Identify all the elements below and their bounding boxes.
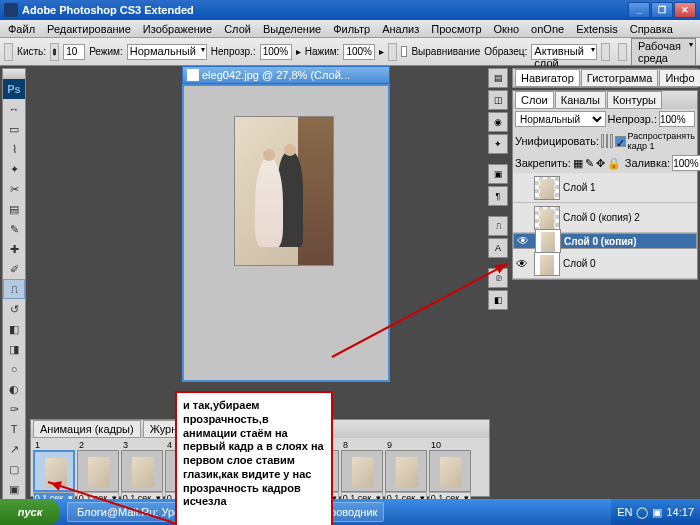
- crop-tool[interactable]: ✂: [3, 179, 25, 199]
- palette-icon[interactable]: ◫: [488, 90, 508, 110]
- type-tool[interactable]: T: [3, 419, 25, 439]
- palette-icon[interactable]: A: [488, 238, 508, 258]
- notes-tool[interactable]: ▣: [3, 479, 25, 499]
- close-button[interactable]: ✕: [674, 2, 696, 18]
- animation-frame[interactable]: 80,1 сек. ▾: [341, 440, 383, 504]
- fill-input[interactable]: [672, 155, 700, 171]
- doc-title: eleg042.jpg @ 27,8% (Слой...: [202, 69, 350, 81]
- history-brush-tool[interactable]: ↺: [3, 299, 25, 319]
- toolbox-grip[interactable]: [3, 69, 25, 79]
- menu-extensis[interactable]: Extensis: [570, 21, 624, 37]
- layer-opacity-input[interactable]: [659, 111, 695, 127]
- palette-icon[interactable]: ⎍: [488, 216, 508, 236]
- heal-tool[interactable]: ✚: [3, 239, 25, 259]
- lang-indicator[interactable]: EN: [617, 506, 632, 518]
- propagate-checkbox[interactable]: ✓: [615, 136, 626, 147]
- blend-mode-select[interactable]: Нормальный: [127, 44, 207, 60]
- shape-tool[interactable]: ▢: [3, 459, 25, 479]
- menu-file[interactable]: Файл: [2, 21, 41, 37]
- tab-channels[interactable]: Каналы: [555, 91, 606, 109]
- layer-row[interactable]: 👁 Слой 0 (копия): [513, 233, 697, 249]
- brush-tool[interactable]: ✐: [3, 259, 25, 279]
- lock-icon[interactable]: ✎: [585, 157, 594, 170]
- menu-filter[interactable]: Фильтр: [327, 21, 376, 37]
- animation-frame[interactable]: 100,1 сек. ▾: [429, 440, 471, 504]
- palette-icon[interactable]: ▤: [488, 68, 508, 88]
- app-title: Adobe Photoshop CS3 Extended: [22, 4, 194, 16]
- tab-layers[interactable]: Слои: [515, 91, 554, 109]
- layer-name[interactable]: Слой 1: [563, 182, 697, 193]
- canvas-area[interactable]: [182, 84, 390, 382]
- airbrush-icon[interactable]: [388, 43, 397, 61]
- layer-name[interactable]: Слой 0 (копия) 2: [563, 212, 697, 223]
- tray-icon[interactable]: ▣: [652, 506, 662, 519]
- palette-icon[interactable]: ◧: [488, 290, 508, 310]
- minimize-button[interactable]: _: [628, 2, 650, 18]
- unify-icon[interactable]: [601, 134, 604, 148]
- brush-preview-icon[interactable]: [50, 43, 59, 61]
- marquee-tool[interactable]: ▭: [3, 119, 25, 139]
- gradient-tool[interactable]: ◨: [3, 339, 25, 359]
- layer-row[interactable]: 👁 Слой 0: [513, 249, 697, 279]
- animation-frame[interactable]: 30,1 сек. ▾: [121, 440, 163, 504]
- wand-tool[interactable]: ✦: [3, 159, 25, 179]
- menu-view[interactable]: Просмотр: [425, 21, 487, 37]
- dodge-tool[interactable]: ◐: [3, 379, 25, 399]
- pen-tool[interactable]: ✑: [3, 399, 25, 419]
- tab-animation[interactable]: Анимация (кадры): [33, 420, 141, 438]
- layer-name[interactable]: Слой 0 (копия): [564, 236, 696, 247]
- unify-icon[interactable]: [610, 134, 613, 148]
- tab-info[interactable]: Инфо: [659, 69, 700, 87]
- tab-paths[interactable]: Контуры: [607, 91, 662, 109]
- layer-row[interactable]: Слой 1: [513, 173, 697, 203]
- ps-icon[interactable]: Ps: [3, 79, 25, 99]
- menu-help[interactable]: Справка: [624, 21, 679, 37]
- align-checkbox[interactable]: [401, 46, 407, 57]
- tab-navigator[interactable]: Навигатор: [515, 69, 580, 87]
- flow-input[interactable]: [343, 44, 375, 60]
- lasso-tool[interactable]: ⌇: [3, 139, 25, 159]
- maximize-button[interactable]: ❐: [651, 2, 673, 18]
- sample-toggle-icon[interactable]: [601, 43, 610, 61]
- visibility-icon[interactable]: 👁: [514, 234, 532, 248]
- menu-select[interactable]: Выделение: [257, 21, 327, 37]
- lock-icon[interactable]: 🔒: [607, 157, 621, 170]
- workspace-select[interactable]: Рабочая среда: [631, 38, 696, 66]
- menu-analysis[interactable]: Анализ: [376, 21, 425, 37]
- opacity-input[interactable]: [260, 44, 292, 60]
- menu-window[interactable]: Окно: [488, 21, 526, 37]
- layer-name[interactable]: Слой 0: [563, 258, 697, 269]
- blur-tool[interactable]: ○: [3, 359, 25, 379]
- bridge-icon[interactable]: [618, 43, 627, 61]
- animation-frame[interactable]: 10,1 сек. ▾: [33, 440, 75, 504]
- tray-icon[interactable]: ◯: [636, 506, 648, 519]
- lock-icon[interactable]: ▦: [573, 157, 583, 170]
- layer-blend-select[interactable]: Нормальный: [515, 111, 606, 127]
- palette-icon[interactable]: ✦: [488, 134, 508, 154]
- palette-icon[interactable]: ¶: [488, 186, 508, 206]
- layer-opacity-label: Непрозр.:: [608, 113, 657, 125]
- visibility-icon[interactable]: 👁: [513, 257, 531, 271]
- eraser-tool[interactable]: ◧: [3, 319, 25, 339]
- tab-histogram[interactable]: Гистограмма: [581, 69, 659, 87]
- palette-icon[interactable]: ▣: [488, 164, 508, 184]
- menu-edit[interactable]: Редактирование: [41, 21, 137, 37]
- clock[interactable]: 14:17: [666, 506, 694, 518]
- unify-icon[interactable]: [606, 134, 609, 148]
- eyedrop-tool[interactable]: ✎: [3, 219, 25, 239]
- tool-preset-icon[interactable]: [4, 43, 13, 61]
- menu-image[interactable]: Изображение: [137, 21, 218, 37]
- sample-select[interactable]: Активный слой: [531, 44, 596, 60]
- start-button[interactable]: пуск: [0, 499, 60, 525]
- move-tool[interactable]: ↔: [3, 99, 25, 119]
- menu-layer[interactable]: Слой: [218, 21, 257, 37]
- path-tool[interactable]: ↗: [3, 439, 25, 459]
- menu-onone[interactable]: onOne: [525, 21, 570, 37]
- brush-size-input[interactable]: [63, 44, 85, 60]
- fill-label: Заливка:: [625, 157, 670, 169]
- slice-tool[interactable]: ▤: [3, 199, 25, 219]
- palette-icon[interactable]: ◉: [488, 112, 508, 132]
- stamp-tool[interactable]: ⎍: [3, 279, 25, 299]
- lock-icon[interactable]: ✥: [596, 157, 605, 170]
- animation-frame[interactable]: 90,1 сек. ▾: [385, 440, 427, 504]
